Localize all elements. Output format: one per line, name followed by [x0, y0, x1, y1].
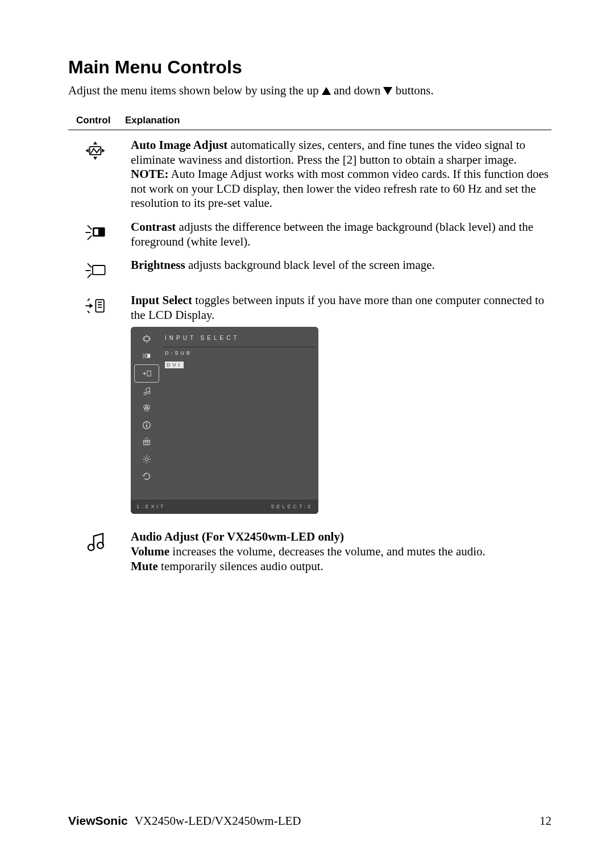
- osd-contrast-icon: [134, 347, 159, 364]
- svg-line-41: [149, 456, 150, 458]
- row-input-select: Input Select toggles between inputs if y…: [68, 293, 551, 521]
- osd-recall-icon: [134, 468, 159, 485]
- svg-rect-16: [146, 355, 147, 358]
- osd-manual-adjust-icon: [134, 434, 159, 451]
- svg-point-33: [145, 458, 148, 461]
- contrast-icon: [68, 220, 131, 249]
- page-title: Main Menu Controls: [68, 57, 551, 78]
- svg-rect-2: [94, 229, 98, 235]
- page-footer: ViewSonic VX2450w-LED/VX2450wm-LED 12: [68, 814, 551, 828]
- auto-image-adjust-text: Auto Image Adjust automatically sizes, c…: [131, 138, 551, 211]
- brightness-bold: Brightness: [131, 258, 185, 272]
- svg-line-39: [149, 462, 150, 463]
- audio-title: Audio Adjust (For VX2450wm-LED only): [131, 530, 344, 543]
- svg-line-40: [144, 462, 145, 463]
- contrast-bold: Contrast: [131, 220, 176, 234]
- intro-text-a: Adjust the menu items shown below by usi…: [68, 84, 322, 97]
- intro-text-c: buttons.: [396, 84, 434, 97]
- svg-line-5: [88, 235, 92, 239]
- osd-option-dsub: D-SUB: [163, 347, 315, 359]
- osd-panel: INPUT SELECT D-SUB DVI 1:EXIT SELECT:2: [131, 327, 318, 514]
- svg-line-38: [144, 456, 145, 458]
- svg-rect-28: [146, 425, 147, 428]
- page: Main Menu Controls Adjust the menu items…: [0, 0, 614, 868]
- osd-setup-icon: [134, 451, 159, 468]
- header-control: Control: [68, 115, 125, 126]
- auto-image-adjust-icon: [68, 138, 131, 211]
- svg-line-3: [88, 225, 92, 229]
- note-text: Auto Image Adjust works with most common…: [131, 167, 549, 210]
- osd-title: INPUT SELECT: [163, 330, 315, 347]
- audio-volume-bold: Volume: [131, 545, 169, 558]
- osd-select-label: SELECT:2: [271, 504, 313, 510]
- input-select-icon: [68, 293, 131, 521]
- intro-text-b: and down: [334, 84, 384, 97]
- row-audio-adjust: Audio Adjust (For VX2450wm-LED only) Vol…: [68, 530, 551, 574]
- brightness-desc: adjusts background black level of the sc…: [185, 258, 435, 272]
- brightness-icon: [68, 258, 131, 284]
- svg-rect-20: [147, 371, 151, 376]
- audio-volume-desc: increases the volume, decreases the volu…: [169, 545, 486, 558]
- brightness-text: Brightness adjusts background black leve…: [131, 258, 551, 284]
- svg-rect-6: [93, 265, 105, 275]
- note-bold: NOTE:: [131, 167, 169, 181]
- input-select-desc: toggles between inputs if you have more …: [131, 293, 544, 322]
- table-header-row: Control Explanation: [68, 115, 551, 130]
- osd-icon-list: [134, 330, 159, 485]
- osd-footer: 1:EXIT SELECT:2: [131, 500, 318, 514]
- footer-brand: ViewSonic: [68, 814, 128, 828]
- contrast-desc: adjusts the difference between the image…: [131, 220, 533, 248]
- footer-model: VX2450w-LED/VX2450wm-LED: [135, 814, 301, 828]
- header-explanation: Explanation: [125, 115, 551, 126]
- svg-point-27: [146, 423, 147, 424]
- up-arrow-icon: [322, 87, 331, 95]
- svg-rect-14: [144, 337, 150, 341]
- osd-option-dvi: DVI: [163, 359, 315, 371]
- auto-image-bold: Auto Image Adjust: [131, 138, 227, 152]
- audio-mute-bold: Mute: [131, 559, 158, 573]
- down-arrow-icon: [383, 87, 392, 95]
- svg-rect-29: [144, 441, 150, 445]
- svg-line-17: [143, 354, 145, 355]
- osd-auto-image-icon: [134, 330, 159, 347]
- svg-rect-10: [96, 300, 103, 312]
- contrast-text: Contrast adjusts the difference between …: [131, 220, 551, 249]
- osd-color-icon: [134, 400, 159, 417]
- svg-line-19: [143, 357, 145, 359]
- osd-input-select-icon: [134, 364, 159, 383]
- osd-exit-label: 1:EXIT: [136, 504, 166, 510]
- row-brightness: Brightness adjusts background black leve…: [68, 258, 551, 284]
- svg-line-9: [88, 274, 92, 278]
- audio-adjust-text: Audio Adjust (For VX2450wm-LED only) Vol…: [131, 530, 551, 574]
- audio-adjust-icon: [68, 530, 131, 574]
- row-contrast: Contrast adjusts the difference between …: [68, 220, 551, 249]
- svg-line-7: [88, 264, 92, 268]
- osd-audio-icon: [134, 383, 159, 400]
- input-select-bold: Input Select: [131, 293, 192, 307]
- footer-page-number: 12: [540, 814, 551, 828]
- intro-line: Adjust the menu items shown below by usi…: [68, 84, 551, 98]
- osd-info-icon: [134, 417, 159, 434]
- input-select-text: Input Select toggles between inputs if y…: [131, 293, 551, 521]
- row-auto-image-adjust: Auto Image Adjust automatically sizes, c…: [68, 138, 551, 211]
- audio-mute-desc: temporarily silences audio output.: [158, 559, 323, 573]
